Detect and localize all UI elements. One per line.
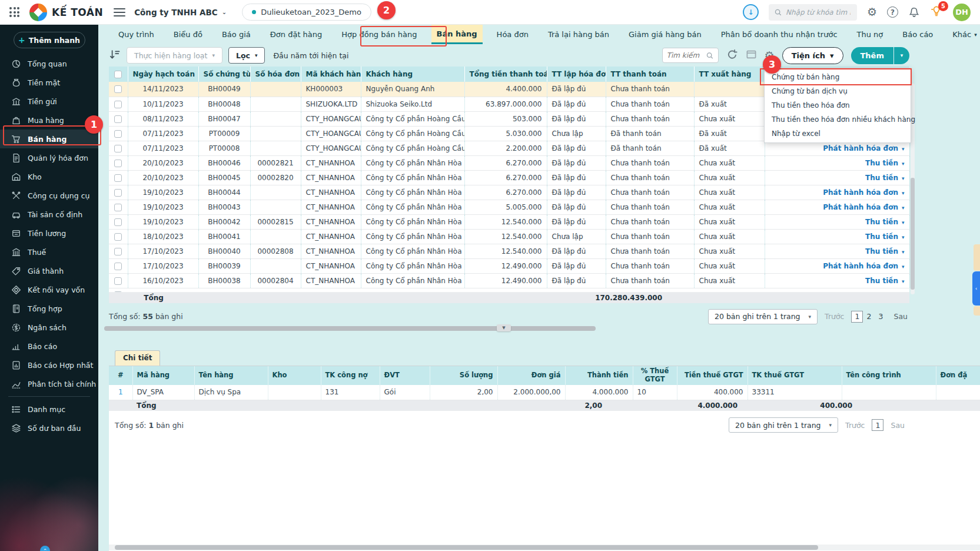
page-number[interactable]: 1 [872,419,883,431]
row-action-link[interactable]: Thu tiền▾ [865,159,905,167]
detail-column-header[interactable]: Tên hàng [194,366,268,385]
tab-ph-n-b-doanh-thu-nh-n-tr-c[interactable]: Phân bổ doanh thu nhận trước [716,25,843,44]
detail-column-header[interactable]: Đơn giá [497,366,565,385]
app-logo-icon[interactable] [29,4,47,21]
table-row[interactable]: 20/10/2023BH0004600002821CT_NHANHOACông … [109,155,909,170]
help-icon[interactable]: ? [887,6,898,18]
filter-button[interactable]: Lọc ▾ [228,47,265,64]
column-header[interactable]: Số hóa đơn [250,67,301,82]
detail-row[interactable]: 1DV_SPADịch vụ Spa131Gói2,002.000.000,00… [109,385,980,400]
batch-action-button[interactable]: Thực hiện hàng loạt ▾ [127,47,222,64]
document-link[interactable]: BH00047 [198,111,250,126]
tab-b-o-gi-[interactable]: Báo giá [217,25,256,44]
row-action-link[interactable]: Thu tiền▾ [865,277,905,285]
detail-column-header[interactable]: # [109,366,132,385]
detail-column-header[interactable]: % Thuế GTGT [633,366,677,385]
document-link[interactable]: BH00046 [198,155,250,170]
company-selector[interactable]: Công ty TNHH ABC ⌄ [134,8,227,17]
table-row[interactable]: 20/10/2023BH0004500002820CT_NHANHOACông … [109,170,909,185]
hscroll-handle[interactable] [104,326,596,331]
global-search-input[interactable] [786,8,851,16]
tab-quy-tr-nh[interactable]: Quy trình [113,25,160,44]
detail-column-header[interactable]: Tiền thuế GTGT [677,366,748,385]
edge-widget-tab[interactable] [974,244,980,271]
row-action-link[interactable]: Phát hành hóa đơn▾ [823,203,904,211]
row-checkbox[interactable] [114,248,122,255]
vscroll-handle[interactable] [911,178,915,290]
tab-tr-l-i-h-ng-b-n[interactable]: Trả lại hàng bán [543,25,614,44]
sidebar-item-gia-thanh[interactable]: Giá thành [0,261,98,280]
row-checkbox[interactable] [114,233,122,241]
sidebar-item-tien-gui[interactable]: Tiền gửi [0,92,98,111]
sidebar-item-ban-hang[interactable]: Bán hàng [0,130,98,148]
detail-column-header[interactable]: Tên công trình [842,366,936,385]
document-link[interactable]: BH00045 [198,170,250,185]
table-row[interactable]: 17/10/2023BH0004000002808CT_NHANHOACông … [109,244,909,258]
workspace-tab[interactable]: Dulieuketoan_2023_Demo [242,4,371,21]
utilities-button[interactable]: Tiện ích ▾ [782,47,843,64]
page-number[interactable]: 1 [851,311,863,323]
add-dropdown-button[interactable]: ▾ [893,47,909,64]
whats-new-lamp-icon[interactable]: 5 [930,5,943,19]
sidebar-item-danh-muc[interactable]: Danh mục [0,400,98,419]
user-avatar[interactable]: DH [953,4,971,21]
row-checkbox[interactable] [114,85,122,93]
row-action-link[interactable]: Thu tiền▾ [865,218,905,226]
tab-b-o-c-o[interactable]: Báo cáo [897,25,938,44]
column-header[interactable]: Ngày hạch toán [128,67,198,82]
sidebar-item-tong-quan[interactable]: Tổng quan [0,54,98,73]
row-action-link[interactable]: Phát hành hóa đơn▾ [823,144,904,152]
refresh-icon[interactable] [726,49,738,62]
column-header[interactable]: TT thanh toán [606,67,694,82]
sidebar-item-ngan-sach[interactable]: Ngân sách [0,318,98,337]
document-link[interactable]: BH00039 [198,258,250,273]
sidebar-item-ket-noi-vay-von[interactable]: Kết nối vay vốn [0,280,98,299]
table-search-input[interactable] [667,51,703,59]
table-row[interactable]: 17/10/2023BH00039CT_NHANHOACông ty Cổ ph… [109,258,909,273]
row-checkbox[interactable] [114,277,122,285]
document-link[interactable]: BH00048 [198,97,250,111]
detail-column-header[interactable]: TK công nợ [321,366,380,385]
bottom-scroll-handle[interactable] [115,545,818,550]
detail-column-header[interactable]: Kho [268,366,321,385]
sidebar-item-quan-ly-hoa-don[interactable]: Quản lý hóa đơn [0,148,98,167]
detail-page-size-select[interactable]: 20 bản ghi trên 1 trang ▾ [729,417,838,433]
sidebar-item-bao-cao-hop-nhat[interactable]: Báo cáo Hợp nhất [0,356,98,374]
row-checkbox[interactable] [114,263,122,270]
page-size-select[interactable]: 20 bản ghi trên 1 trang ▾ [708,309,818,324]
row-checkbox[interactable] [114,101,122,108]
page-number[interactable]: 2 [863,311,875,323]
document-link[interactable]: BH00038 [198,273,250,288]
sidebar-item-so-du-ban-dau[interactable]: Số dư ban đầu [0,419,98,437]
apps-grid-icon[interactable] [9,7,19,17]
tab--n-t-h-ng[interactable]: Đơn đặt hàng [265,25,328,44]
export-icon[interactable] [746,49,757,62]
detail-column-header[interactable]: Mã hàng [132,366,194,385]
table-row[interactable]: 16/10/2023BH0003800002804CT_NHANHOACông … [109,273,909,288]
document-link[interactable]: PT00008 [198,141,250,155]
menu-item-thu-ti-n-theo-h-a-n-nhi-u-kh-ch-h-ng[interactable]: Thu tiền theo hóa đơn nhiều khách hàng [765,112,911,127]
table-row[interactable]: 18/10/2023BH00041CT_NHANHOACông ty Cổ ph… [109,229,909,244]
sort-icon[interactable] [109,49,121,62]
global-search[interactable] [769,4,857,21]
tab-bi-u-[interactable]: Biểu đồ [168,25,208,44]
sidebar-item-tien-luong[interactable]: Tiền lương [0,224,98,243]
tab-kh-c[interactable]: Khác▾ [947,25,980,44]
edge-panel-toggle[interactable]: ‹ [972,271,980,306]
tab-detail[interactable]: Chi tiết [115,350,160,366]
row-action-link[interactable]: Thu tiền▾ [865,174,905,182]
document-link[interactable]: BH00040 [198,244,250,258]
menu-item-ch-ng-t-b-n-h-ng[interactable]: Chứng từ bán hàng [765,70,911,84]
row-checkbox[interactable] [114,189,122,197]
column-header[interactable]: Khách hàng [361,67,464,82]
row-action-link[interactable]: Thu tiền▾ [865,247,905,255]
row-checkbox[interactable] [114,130,122,138]
sidebar-item-tong-hop[interactable]: Tổng hợp [0,299,98,318]
column-header[interactable]: TT xuất hàng [694,67,765,82]
tab-h-a-n[interactable]: Hóa đơn [491,25,534,44]
collapse-detail-button[interactable]: ▼ [497,324,511,331]
row-checkbox[interactable] [114,218,122,226]
detail-prev-page-button[interactable]: Trước [845,421,865,430]
column-header[interactable]: TT lập hóa đơn [547,67,606,82]
document-link[interactable]: BH00049 [198,82,250,97]
